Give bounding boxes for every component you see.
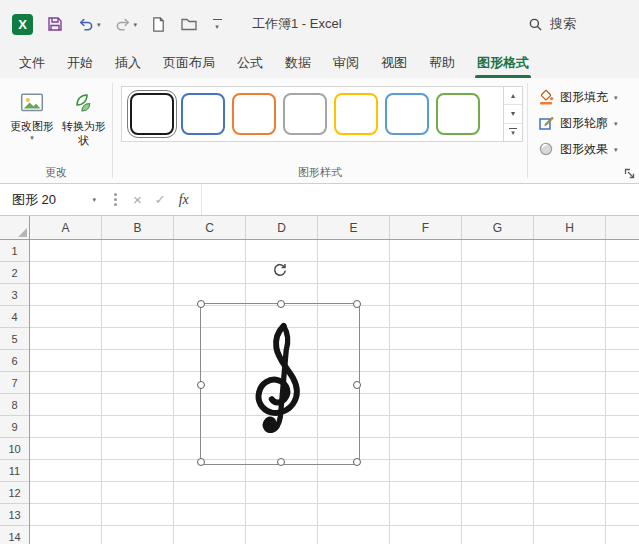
search-label: 搜索 [550,15,576,33]
undo-dropdown-icon[interactable]: ▾ [97,21,101,28]
column-header-F[interactable]: F [390,216,462,239]
tab-formulas[interactable]: 公式 [226,48,274,78]
column-header-partial[interactable] [606,216,639,239]
row-header-9[interactable]: 9 [0,416,29,438]
shape-style-swatch-3[interactable] [232,93,276,135]
column-header-E[interactable]: E [318,216,390,239]
row-header-12[interactable]: 12 [0,482,29,504]
row-header-10[interactable]: 10 [0,438,29,460]
tab-insert[interactable]: 插入 [104,48,152,78]
tab-data[interactable]: 数据 [274,48,322,78]
select-all-corner[interactable] [0,216,30,240]
tab-home[interactable]: 开始 [56,48,104,78]
gallery-scroll-up-button[interactable]: ▴ [504,87,522,105]
ribbon-content: 更改图形 ▾ 转换为形状 更改 [0,78,639,184]
row-header-4[interactable]: 4 [0,306,29,328]
formula-input[interactable] [202,184,639,215]
row-header-6[interactable]: 6 [0,350,29,372]
qat-bar-icon [213,19,222,20]
column-header-G[interactable]: G [462,216,534,239]
effects-icon [538,141,554,157]
open-file-button[interactable] [180,15,198,33]
column-header-D[interactable]: D [246,216,318,239]
selection-handle-w[interactable] [197,381,205,389]
shape-style-swatch-7[interactable] [436,93,480,135]
column-header-C[interactable]: C [174,216,246,239]
row-header-14[interactable]: 14 [0,526,29,544]
group-label-shape-styles: 图形样式 [113,165,527,180]
search-field[interactable]: 搜索 [528,0,576,48]
row-header-13[interactable]: 13 [0,504,29,526]
selection-handle-ne[interactable] [353,300,361,308]
column-header-B[interactable]: B [102,216,174,239]
fill-bucket-icon [538,89,554,105]
change-graphic-label: 更改图形 [10,119,54,133]
customize-quick-access-toolbar-button[interactable]: ▾ [211,19,223,30]
dialog-launcher-icon[interactable] [623,167,636,180]
cancel-icon[interactable]: × [133,191,142,208]
convert-shape-icon [72,91,96,115]
row-header-7[interactable]: 7 [0,372,29,394]
column-header-A[interactable]: A [30,216,102,239]
name-box-value: 图形 20 [12,191,56,209]
picture-icon [19,91,45,115]
gallery-more-button[interactable]: ▾ [504,124,522,141]
shape-outline-label: 图形轮廓 [560,115,608,132]
row-header-1[interactable]: 1 [0,240,29,262]
row-headers: 1234567891011121314 [0,240,30,544]
tab-review[interactable]: 审阅 [322,48,370,78]
outline-pencil-icon [538,115,554,131]
selection-handle-se[interactable] [353,458,361,466]
shape-style-swatch-4[interactable] [283,93,327,135]
formula-bar-splitter[interactable] [114,198,117,201]
selection-handle-e[interactable] [353,381,361,389]
row-header-8[interactable]: 8 [0,394,29,416]
ribbon-tab-bar: 文件 开始 插入 页面布局 公式 数据 审阅 视图 帮助 图形格式 [0,48,639,78]
row-header-5[interactable]: 5 [0,328,29,350]
open-folder-icon [180,15,198,33]
save-icon [46,15,64,33]
group-label-change: 更改 [0,165,112,180]
chevron-down-icon: ▾ [215,23,219,30]
shape-style-swatch-2[interactable] [181,93,225,135]
row-header-11[interactable]: 11 [0,460,29,482]
redo-dropdown-icon[interactable]: ▾ [134,21,138,28]
insert-function-button[interactable]: fx [179,192,189,208]
tab-view[interactable]: 视图 [370,48,418,78]
excel-logo-icon: X [12,14,33,35]
chevron-down-icon: ▾ [614,146,618,153]
selection-handle-sw[interactable] [197,458,205,466]
shape-style-swatch-6[interactable] [385,93,429,135]
selection-handle-n[interactable] [277,300,285,308]
workbook-title: 工作簿1 - Excel [252,15,342,33]
gallery-scroll-down-button[interactable]: ▾ [504,105,522,123]
tab-page-layout[interactable]: 页面布局 [152,48,226,78]
shape-style-swatch-1[interactable] [130,93,174,135]
row-header-2[interactable]: 2 [0,262,29,284]
chevron-down-icon: ▾ [614,94,618,101]
name-box[interactable]: 图形 20 ▾ [0,184,104,215]
shape-fill-button[interactable]: 图形填充 ▾ [538,85,639,109]
tab-help[interactable]: 帮助 [418,48,466,78]
save-button[interactable] [46,15,64,33]
column-header-H[interactable]: H [534,216,606,239]
shape-effects-button[interactable]: 图形效果 ▾ [538,137,639,161]
row-header-3[interactable]: 3 [0,284,29,306]
undo-button[interactable]: ▾ [77,15,101,33]
change-graphic-button[interactable]: 更改图形 ▾ [8,84,56,147]
shape-style-swatch-5[interactable] [334,93,378,135]
new-file-button[interactable] [150,16,167,33]
name-box-dropdown-icon[interactable]: ▾ [92,196,96,203]
selection-handle-nw[interactable] [197,300,205,308]
rotate-handle-icon[interactable] [272,262,288,278]
group-shape-styles: ▴ ▾ ▾ 图形样式 [113,78,527,183]
redo-button[interactable]: ▾ [114,15,138,33]
selection-handle-s[interactable] [277,458,285,466]
convert-to-shape-button[interactable]: 转换为形状 [60,84,108,147]
shape-selection-box[interactable] [200,303,360,465]
enter-icon[interactable]: ✓ [155,192,166,207]
tab-file[interactable]: 文件 [8,48,56,78]
shape-outline-button[interactable]: 图形轮廓 ▾ [538,111,639,135]
tab-shape-format[interactable]: 图形格式 [466,48,540,78]
chevron-down-icon: ▾ [30,134,34,141]
